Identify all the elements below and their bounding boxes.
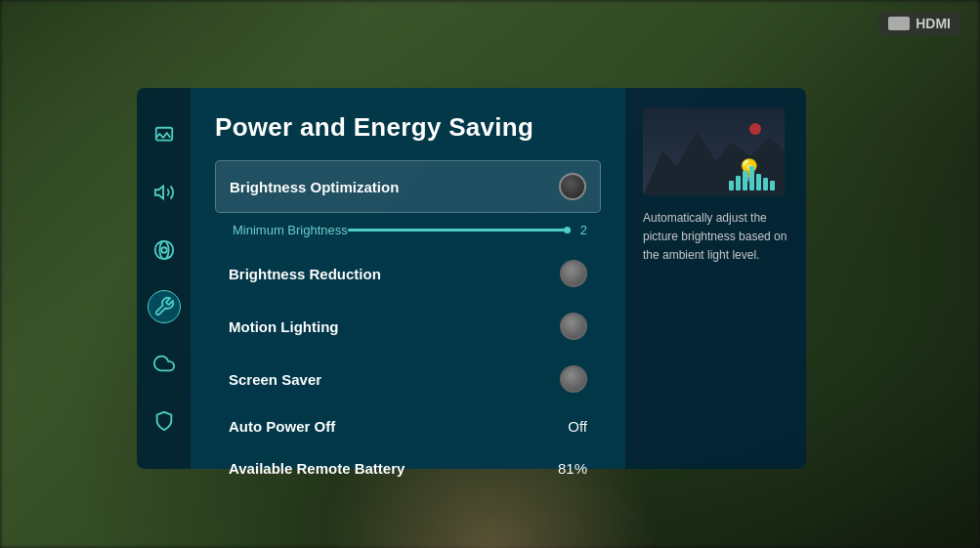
- menu-item-motion-lighting[interactable]: Motion Lighting: [215, 302, 601, 351]
- svg-point-2: [161, 247, 167, 253]
- hdmi-label: HDMI: [916, 16, 951, 31]
- brightness-reduction-label: Brightness Reduction: [229, 266, 381, 282]
- motion-lighting-toggle[interactable]: [560, 313, 587, 340]
- sidebar: [137, 88, 191, 469]
- sidebar-icon-tools[interactable]: [148, 290, 181, 323]
- minimum-brightness-value: 2: [580, 223, 587, 237]
- remote-battery-label: Available Remote Battery: [229, 460, 405, 477]
- menu-item-auto-power-off[interactable]: Auto Power Off Off: [215, 407, 601, 445]
- svg-rect-11: [749, 166, 754, 190]
- screen-saver-toggle[interactable]: [560, 365, 587, 393]
- svg-rect-9: [736, 176, 741, 190]
- sidebar-icon-sound[interactable]: [148, 176, 181, 209]
- motion-lighting-label: Motion Lighting: [229, 318, 338, 335]
- preview-image: 💡: [643, 107, 785, 195]
- menu-item-brightness-optimization[interactable]: Brightness Optimization: [215, 160, 601, 213]
- menu-item-remote-battery[interactable]: Available Remote Battery 81%: [215, 449, 601, 487]
- svg-point-6: [749, 123, 761, 135]
- svg-rect-10: [743, 171, 747, 190]
- minimum-brightness-slider[interactable]: [348, 229, 571, 232]
- preview-svg: 💡: [643, 107, 785, 195]
- info-panel: 💡 Automatically adjust the picture brigh…: [625, 88, 806, 469]
- svg-rect-14: [770, 181, 775, 190]
- svg-rect-12: [756, 174, 761, 190]
- menu-item-brightness-reduction[interactable]: Brightness Reduction: [215, 249, 601, 298]
- screen-saver-label: Screen Saver: [229, 371, 321, 388]
- sidebar-icon-network[interactable]: [148, 233, 181, 267]
- svg-marker-1: [154, 187, 162, 199]
- brightness-reduction-toggle[interactable]: [560, 260, 587, 287]
- sidebar-icon-cloud[interactable]: [148, 347, 181, 380]
- main-content-panel: Power and Energy Saving Brightness Optim…: [191, 88, 625, 469]
- minimum-brightness-slider-container: 2: [348, 223, 587, 237]
- auto-power-off-value: Off: [568, 418, 587, 435]
- remote-battery-value: 81%: [558, 460, 587, 477]
- svg-rect-8: [729, 181, 734, 190]
- brightness-optimization-label: Brightness Optimization: [230, 179, 399, 195]
- hdmi-icon: [888, 17, 910, 30]
- auto-power-off-label: Auto Power Off: [229, 418, 335, 435]
- info-description: Automatically adjust the picture brightn…: [643, 209, 788, 266]
- settings-panel: Power and Energy Saving Brightness Optim…: [137, 88, 806, 469]
- minimum-brightness-label: Minimum Brightness: [233, 223, 348, 237]
- menu-item-minimum-brightness[interactable]: Minimum Brightness 2: [215, 215, 601, 245]
- menu-item-screen-saver[interactable]: Screen Saver: [215, 355, 601, 403]
- svg-rect-13: [763, 178, 768, 190]
- sidebar-icon-shield[interactable]: [148, 404, 181, 438]
- hdmi-badge: HDMI: [878, 12, 960, 35]
- brightness-optimization-toggle[interactable]: [559, 173, 586, 200]
- sidebar-icon-picture[interactable]: [148, 119, 181, 152]
- panel-title: Power and Energy Saving: [215, 112, 601, 143]
